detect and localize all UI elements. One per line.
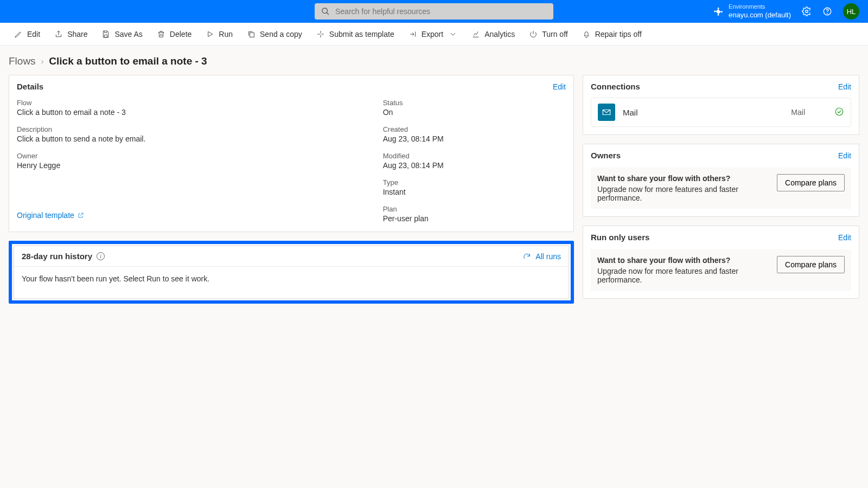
svg-point-2	[827, 13, 828, 14]
breadcrumb: Flows › Click a button to email a note -…	[0, 46, 868, 75]
trash-icon	[157, 30, 165, 38]
field-value-description: Click a button to send a note by email.	[17, 134, 383, 143]
chevron-down-icon	[449, 30, 457, 38]
repair-tips-button[interactable]: Repair tips off	[577, 27, 647, 42]
connection-item[interactable]: Mail Mail	[591, 98, 851, 127]
breadcrumb-root[interactable]: Flows	[9, 55, 36, 67]
delete-button[interactable]: Delete	[151, 27, 197, 42]
owners-card: Owners Edit Want to share your flow with…	[583, 144, 859, 217]
connections-edit-link[interactable]: Edit	[838, 82, 851, 91]
run-history-title: 28-day run history	[22, 252, 92, 261]
submit-template-button[interactable]: Submit as template	[311, 27, 400, 42]
run-button[interactable]: Run	[200, 27, 238, 42]
field-value-modified: Aug 23, 08:14 PM	[383, 161, 566, 170]
field-value-created: Aug 23, 08:14 PM	[383, 134, 566, 143]
owners-title: Owners	[591, 151, 621, 160]
search-icon	[321, 7, 330, 16]
original-template-link[interactable]: Original template	[17, 211, 383, 220]
run-history-empty: Your flow hasn't been run yet. Select Ru…	[14, 267, 569, 298]
analytics-button[interactable]: Analytics	[466, 27, 520, 42]
external-link-icon	[78, 212, 84, 219]
gear-icon[interactable]	[802, 7, 812, 16]
connections-card: Connections Edit Mail Mail	[583, 75, 859, 135]
run-history-card: 28-day run history i All runs Your flow …	[14, 246, 569, 299]
save-as-button[interactable]: Save As	[96, 27, 148, 42]
connection-status	[834, 107, 844, 118]
connection-name: Mail	[623, 108, 638, 117]
share-button[interactable]: Share	[49, 27, 93, 42]
environment-value: enayu.com (default)	[729, 11, 791, 20]
bell-icon	[582, 30, 591, 38]
compare-plans-button-2[interactable]: Compare plans	[777, 256, 845, 273]
field-value-type: Instant	[383, 188, 566, 196]
export-button[interactable]: Export	[403, 27, 463, 42]
info-icon[interactable]: i	[97, 252, 105, 260]
search-container[interactable]	[315, 3, 553, 20]
command-bar: Edit Share Save As Delete Run Send a cop…	[0, 23, 868, 46]
pencil-icon	[14, 30, 23, 38]
run-only-edit-link[interactable]: Edit	[838, 233, 851, 242]
compare-plans-button[interactable]: Compare plans	[777, 174, 845, 191]
environment-label: Environments	[729, 3, 791, 10]
refresh-icon	[522, 252, 531, 261]
field-label-plan: Plan	[383, 205, 566, 213]
breadcrumb-separator: ›	[41, 57, 44, 66]
avatar[interactable]: HL	[843, 3, 859, 20]
search-input[interactable]	[335, 7, 547, 16]
share-icon	[54, 30, 63, 38]
power-icon	[529, 30, 538, 38]
field-label-description: Description	[17, 125, 383, 133]
turn-off-button[interactable]: Turn off	[524, 27, 573, 42]
run-only-title: Run only users	[591, 233, 649, 242]
run-only-card: Run only users Edit Want to share your f…	[583, 226, 859, 299]
field-label-type: Type	[383, 178, 566, 187]
svg-point-0	[806, 10, 808, 13]
connection-type: Mail	[791, 108, 805, 117]
svg-rect-3	[250, 33, 254, 37]
owners-upsell: Want to share your flow with others? Upg…	[591, 168, 851, 209]
upsell-heading: Want to share your flow with others?	[597, 174, 768, 183]
analytics-icon	[471, 30, 480, 38]
upsell-sub-2: Upgrade now for more features and faster…	[597, 267, 768, 284]
field-value-flow: Click a button to email a note - 3	[17, 108, 383, 117]
copy-icon	[247, 30, 256, 38]
owners-edit-link[interactable]: Edit	[838, 151, 851, 160]
field-value-plan: Per-user plan	[383, 214, 566, 223]
details-edit-link[interactable]: Edit	[553, 82, 566, 91]
environment-icon	[713, 7, 723, 16]
svg-point-4	[835, 108, 843, 115]
upsell-sub: Upgrade now for more features and faster…	[597, 185, 768, 202]
field-label-status: Status	[383, 99, 566, 107]
save-icon	[101, 30, 110, 38]
upsell-heading-2: Want to share your flow with others?	[597, 256, 768, 265]
help-icon[interactable]	[822, 7, 832, 16]
details-title: Details	[17, 82, 43, 91]
field-value-status: On	[383, 108, 566, 117]
export-icon	[409, 30, 417, 38]
mail-icon	[598, 104, 615, 121]
top-header: Environments enayu.com (default) HL	[0, 0, 868, 23]
connections-title: Connections	[591, 82, 640, 91]
field-value-owner: Henry Legge	[17, 161, 383, 170]
page-title: Click a button to email a note - 3	[49, 55, 207, 67]
field-label-owner: Owner	[17, 152, 383, 160]
edit-button[interactable]: Edit	[9, 27, 46, 42]
details-card: Details Edit FlowClick a button to email…	[9, 75, 574, 232]
checkmark-circle-icon	[834, 107, 844, 117]
run-only-upsell: Want to share your flow with others? Upg…	[591, 249, 851, 291]
play-icon	[206, 30, 214, 38]
field-label-created: Created	[383, 125, 566, 133]
field-label-modified: Modified	[383, 152, 566, 160]
run-history-highlight: 28-day run history i All runs Your flow …	[9, 241, 574, 304]
send-copy-button[interactable]: Send a copy	[241, 27, 308, 42]
template-icon	[316, 30, 325, 38]
environment-picker[interactable]: Environments enayu.com (default)	[713, 3, 791, 20]
field-label-flow: Flow	[17, 99, 383, 107]
all-runs-link[interactable]: All runs	[522, 252, 561, 261]
